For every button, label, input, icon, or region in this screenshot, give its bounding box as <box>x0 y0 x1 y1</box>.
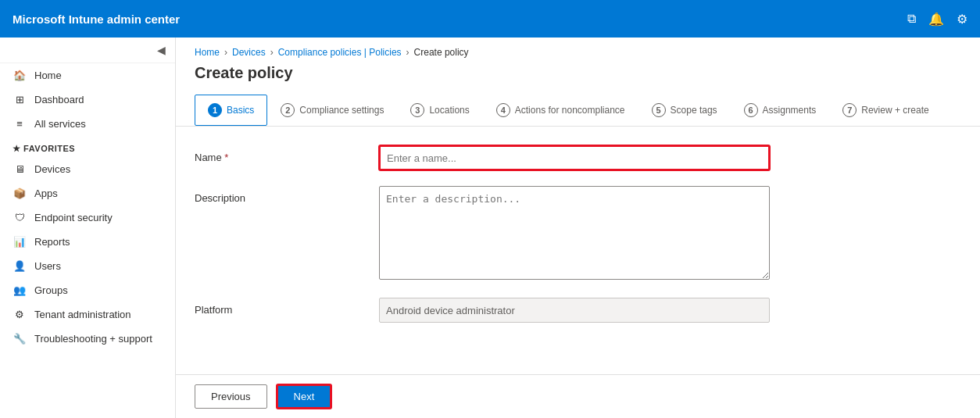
sidebar-item-label: Apps <box>34 188 58 199</box>
tenant-admin-icon: ⚙ <box>13 309 27 320</box>
sidebar: ◀ 🏠 Home ⊞ Dashboard ≡ All services ★ FA… <box>0 38 176 418</box>
tab-locations-label: Locations <box>429 105 469 116</box>
tab-locations[interactable]: 3 Locations <box>397 95 482 126</box>
dashboard-icon: ⊞ <box>13 94 27 105</box>
tab-basics-label: Basics <box>227 105 254 116</box>
breadcrumb-sep-3: › <box>406 47 410 58</box>
sidebar-item-label: Endpoint security <box>34 212 113 223</box>
step-num-4: 4 <box>496 103 510 117</box>
description-textarea[interactable] <box>379 186 770 280</box>
all-services-icon: ≡ <box>13 118 27 130</box>
settings-icon[interactable]: ⚙ <box>957 12 967 27</box>
name-control-wrap <box>379 145 770 170</box>
tab-actions-noncompliance[interactable]: 4 Actions for noncompliance <box>483 95 638 126</box>
header-icons: ⧉ 🔔 ⚙ <box>907 12 967 27</box>
sidebar-item-troubleshooting[interactable]: 🔧 Troubleshooting + support <box>0 327 175 351</box>
sidebar-item-label: Users <box>34 260 61 272</box>
step-num-1: 1 <box>208 103 222 117</box>
sidebar-collapse-button[interactable]: ◀ <box>0 38 175 63</box>
groups-icon: 👥 <box>13 284 27 296</box>
sidebar-item-label: Groups <box>34 284 68 296</box>
breadcrumb-sep-2: › <box>270 47 274 58</box>
step-num-7: 7 <box>842 103 857 117</box>
breadcrumb-devices[interactable]: Devices <box>232 47 266 58</box>
tab-compliance-settings-label: Compliance settings <box>299 105 384 116</box>
bell-icon[interactable]: 🔔 <box>928 12 944 27</box>
breadcrumb-compliance-policies[interactable]: Compliance policies | Policies <box>278 47 402 58</box>
sidebar-item-label: All services <box>34 118 86 130</box>
sidebar-item-all-services[interactable]: ≡ All services <box>0 112 175 136</box>
home-icon: 🏠 <box>13 70 27 81</box>
breadcrumb: Home › Devices › Compliance policies | P… <box>176 38 980 61</box>
step-num-3: 3 <box>410 103 424 117</box>
app-title: Microsoft Intune admin center <box>13 13 907 26</box>
sidebar-item-dashboard[interactable]: ⊞ Dashboard <box>0 88 175 112</box>
tab-assignments-label: Assignments <box>763 105 817 116</box>
devices-icon: 🖥 <box>13 163 27 175</box>
breadcrumb-current: Create policy <box>414 47 469 58</box>
sidebar-item-apps[interactable]: 📦 Apps <box>0 181 175 205</box>
main-layout: ◀ 🏠 Home ⊞ Dashboard ≡ All services ★ FA… <box>0 38 980 418</box>
sidebar-item-label: Reports <box>34 236 70 248</box>
top-header: Microsoft Intune admin center ⧉ 🔔 ⚙ <box>0 0 980 38</box>
breadcrumb-sep-1: › <box>224 47 227 58</box>
description-label: Description <box>195 186 367 204</box>
tab-compliance-settings[interactable]: 2 Compliance settings <box>267 95 397 126</box>
tab-assignments[interactable]: 6 Assignments <box>731 95 830 126</box>
tab-actions-noncompliance-label: Actions for noncompliance <box>515 105 625 116</box>
step-num-2: 2 <box>281 103 295 117</box>
portal-icon[interactable]: ⧉ <box>907 12 916 27</box>
tab-review-create[interactable]: 7 Review + create <box>829 95 942 126</box>
sidebar-item-label: Devices <box>34 163 70 175</box>
sidebar-item-devices[interactable]: 🖥 Devices <box>0 157 175 181</box>
sidebar-item-users[interactable]: 👤 Users <box>0 254 175 278</box>
footer: Previous Next <box>176 374 980 418</box>
tab-scope-tags[interactable]: 5 Scope tags <box>638 95 731 126</box>
name-label: Name * <box>195 145 367 163</box>
form-row-description: Description <box>195 186 961 282</box>
troubleshooting-icon: 🔧 <box>13 333 27 345</box>
users-icon: 👤 <box>13 260 27 272</box>
collapse-icon: ◀ <box>157 44 166 56</box>
form-area: Name * Description Platform Android devi… <box>176 127 980 374</box>
favorites-section-label: ★ FAVORITES <box>0 136 175 157</box>
apps-icon: 📦 <box>13 188 27 199</box>
platform-label: Platform <box>195 298 367 316</box>
sidebar-item-label: Home <box>34 70 62 81</box>
reports-icon: 📊 <box>13 236 27 248</box>
tab-review-create-label: Review + create <box>861 105 928 116</box>
platform-value: Android device administrator <box>379 298 770 323</box>
next-button[interactable]: Next <box>277 384 332 409</box>
previous-button[interactable]: Previous <box>195 384 267 409</box>
sidebar-item-label: Tenant administration <box>34 309 131 320</box>
wizard-tabs: 1 Basics 2 Compliance settings 3 Locatio… <box>176 95 980 127</box>
sidebar-item-label: Troubleshooting + support <box>34 333 152 345</box>
description-control-wrap <box>379 186 770 282</box>
step-num-6: 6 <box>744 103 758 117</box>
sidebar-item-endpoint-security[interactable]: 🛡 Endpoint security <box>0 205 175 230</box>
breadcrumb-home[interactable]: Home <box>195 47 220 58</box>
name-required: * <box>224 152 228 163</box>
tab-basics[interactable]: 1 Basics <box>195 95 267 126</box>
tab-scope-tags-label: Scope tags <box>671 105 717 116</box>
content-area: Home › Devices › Compliance policies | P… <box>176 38 980 418</box>
sidebar-item-label: Dashboard <box>34 94 84 105</box>
sidebar-item-reports[interactable]: 📊 Reports <box>0 230 175 254</box>
sidebar-item-home[interactable]: 🏠 Home <box>0 63 175 88</box>
sidebar-item-groups[interactable]: 👥 Groups <box>0 278 175 302</box>
step-num-5: 5 <box>652 103 666 117</box>
sidebar-item-tenant-admin[interactable]: ⚙ Tenant administration <box>0 302 175 327</box>
platform-control-wrap: Android device administrator <box>379 298 770 323</box>
page-title: Create policy <box>176 61 980 95</box>
form-row-name: Name * <box>195 145 961 170</box>
endpoint-security-icon: 🛡 <box>13 212 27 223</box>
name-input[interactable] <box>379 145 770 170</box>
form-row-platform: Platform Android device administrator <box>195 298 961 323</box>
